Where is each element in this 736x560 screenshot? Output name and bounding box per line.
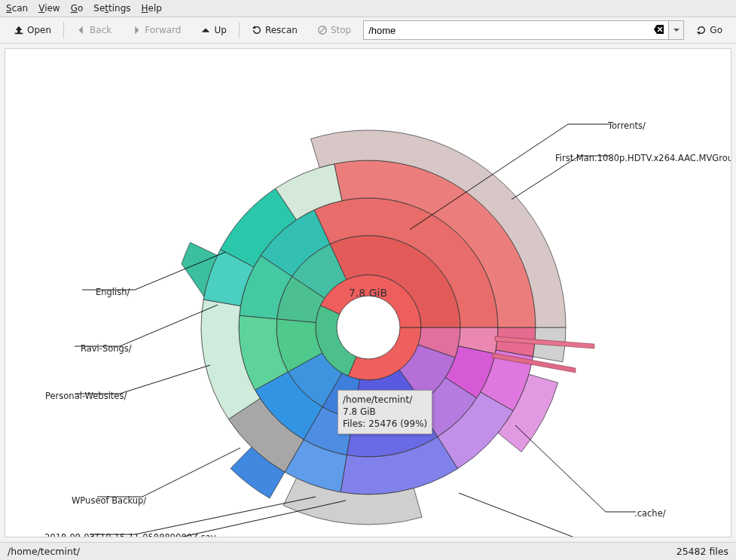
location-bar — [363, 20, 684, 40]
sunburst-chart[interactable]: 7.8 GiB /home/tecmint/ 7.8 GiB Files: 25… — [5, 48, 731, 537]
label-firstman: First.Man.1080p.HDTV.x264.AAC.MVGroup.or… — [555, 153, 731, 163]
chevron-up-icon — [200, 25, 211, 35]
open-label: Open — [27, 25, 51, 35]
menubar: Scan View Go Settings Help — [0, 0, 736, 17]
go-button[interactable]: Go — [689, 22, 730, 38]
refresh-icon — [252, 25, 262, 35]
toolbar: Open Back Forward Up Rescan — [0, 17, 736, 44]
tooltip-files: Files: 25476 (99%) — [343, 418, 427, 430]
open-button[interactable]: Open — [6, 22, 59, 38]
up-label: Up — [214, 25, 226, 35]
menu-go[interactable]: Go — [71, 3, 84, 14]
separator — [63, 22, 64, 38]
svg-point-2 — [337, 296, 400, 359]
chevron-right-icon — [131, 25, 142, 35]
upload-icon — [14, 25, 24, 35]
svg-line-15 — [142, 448, 240, 497]
label-english: English/ — [96, 287, 130, 297]
location-input[interactable] — [364, 25, 650, 36]
menu-view[interactable]: View — [38, 3, 60, 14]
label-wpuseof: WPuseof Backup/ — [72, 495, 146, 506]
tooltip-path: /home/tecmint/ — [343, 394, 427, 406]
label-sav1: 2018-09-03T10-15-11-058889000Z.sav — [44, 532, 215, 537]
hover-tooltip: /home/tecmint/ 7.8 GiB Files: 25476 (99%… — [337, 390, 432, 434]
rescan-label: Rescan — [265, 25, 298, 35]
go-icon — [696, 25, 707, 35]
menu-help[interactable]: Help — [142, 3, 162, 14]
svg-line-7 — [515, 425, 606, 512]
forward-button: Forward — [124, 22, 188, 38]
stop-label: Stop — [331, 25, 351, 35]
label-cache: .cache/ — [634, 508, 666, 519]
label-torrents: Torrents/ — [608, 120, 646, 131]
back-label: Back — [90, 25, 111, 35]
stop-button: Stop — [310, 22, 359, 38]
svg-line-17 — [120, 365, 210, 394]
back-button: Back — [69, 22, 119, 38]
go-label: Go — [710, 25, 722, 35]
center-size-label: 7.8 GiB — [349, 287, 387, 299]
statusbar: /home/tecmint/ 25482 files — [0, 542, 736, 560]
chevron-left-icon — [76, 25, 87, 35]
label-ravisongs: Ravi-Songs/ — [81, 343, 132, 354]
svg-line-13 — [135, 497, 316, 534]
menu-scan[interactable]: Scan — [6, 3, 28, 14]
status-path: /home/tecmint/ — [8, 546, 80, 557]
rescan-button[interactable]: Rescan — [244, 22, 305, 38]
separator — [239, 22, 240, 38]
status-files: 25482 files — [676, 546, 728, 557]
app-window: Scan View Go Settings Help Open Back For… — [0, 0, 736, 560]
forward-label: Forward — [145, 25, 181, 35]
stop-icon — [317, 25, 328, 35]
menu-settings[interactable]: Settings — [93, 3, 130, 14]
label-personal: Personal-Websites/ — [45, 391, 127, 401]
location-dropdown[interactable] — [668, 21, 683, 39]
svg-line-9 — [459, 493, 606, 537]
svg-line-1 — [319, 28, 325, 33]
tooltip-size: 7.8 GiB — [343, 406, 427, 418]
clear-icon[interactable] — [650, 23, 668, 38]
up-button[interactable]: Up — [193, 22, 234, 38]
